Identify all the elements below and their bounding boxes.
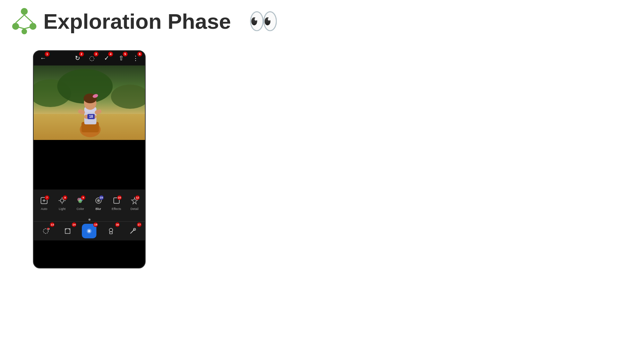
tab-auto[interactable]: 7 Auto (35, 197, 53, 211)
brush-tool[interactable]: 17 (126, 224, 140, 238)
blur-label: Blur (96, 207, 101, 211)
tab-detail[interactable]: 12 Detail (126, 197, 143, 211)
blur-tool-btn[interactable]: 15 (82, 224, 96, 238)
mask-button[interactable]: ✓ 4 (101, 53, 112, 63)
blur-icon: 19 (95, 197, 102, 206)
svg-point-0 (21, 8, 28, 15)
more-badge: 6 (137, 52, 142, 56)
tabs-row: 7 Auto 8 Light 9 Color (35, 192, 144, 216)
crop-button[interactable]: ◌ 3 (87, 53, 97, 63)
photo-area: 18 (34, 65, 145, 140)
mask-badge: 4 (108, 52, 113, 56)
svg-text:13: 13 (48, 228, 50, 230)
light-icon: 8 (58, 197, 66, 206)
effects-icon: 10 (113, 197, 120, 206)
auto-label: Auto (41, 207, 48, 211)
tab-blur[interactable]: 19 Blur (90, 197, 107, 211)
photo-svg (34, 65, 145, 140)
share-badge: 5 (123, 52, 128, 56)
back-button[interactable]: ← 1 (38, 53, 48, 63)
effects-badge: 10 (117, 195, 122, 200)
header: Exploration Phase 👀 (0, 0, 644, 42)
light-label: Light (59, 207, 66, 211)
toolbar-right-buttons: ↻ 2 ◌ 3 ✓ 4 ⇧ 5 ⋮ 6 (72, 53, 141, 63)
dot-indicator-row (34, 217, 145, 221)
brush-badge: 17 (137, 222, 141, 227)
color-badge: 9 (81, 195, 85, 200)
tree-icon (10, 7, 38, 35)
blur-badge: 19 (99, 195, 104, 200)
undo-button[interactable]: ↻ 2 (72, 53, 83, 63)
tab-effects[interactable]: 10 Effects (108, 197, 125, 211)
phone-mockup: ← 1 ↻ 2 ◌ 3 ✓ 4 ⇧ 5 ⋮ 6 (33, 50, 146, 268)
color-label: Color (77, 207, 84, 211)
logo-area: Exploration Phase (10, 7, 231, 35)
blur-tool-badge: 15 (93, 222, 98, 227)
top-toolbar: ← 1 ↻ 2 ◌ 3 ✓ 4 ⇧ 5 ⋮ 6 (34, 51, 145, 65)
transform-badge: 14 (72, 222, 76, 227)
stamp-badge: 16 (115, 222, 120, 227)
more-button[interactable]: ⋮ 6 (130, 53, 141, 63)
auto-icon: 7 (40, 197, 48, 206)
detail-icon: 12 (131, 197, 138, 206)
dot-indicator (88, 219, 91, 221)
tab-color[interactable]: 9 Color (71, 197, 89, 211)
color-icon: 9 (76, 197, 84, 206)
undo-badge: 2 (79, 52, 84, 56)
svg-point-48 (109, 228, 113, 232)
transform-tool[interactable]: 14 (60, 224, 75, 238)
light-badge: 8 (63, 195, 67, 200)
back-badge: 1 (45, 52, 50, 56)
lasso-tool[interactable]: 13 13 (38, 224, 53, 238)
bottom-toolbar: 7 Auto 8 Light 9 Color (34, 189, 145, 217)
svg-point-3 (22, 29, 27, 34)
crop-badge: 3 (94, 52, 98, 56)
effects-label: Effects (112, 207, 121, 211)
lasso-badge: 13 (50, 222, 54, 227)
svg-point-36 (97, 199, 100, 202)
eyes-emoji: 👀 (248, 7, 278, 35)
svg-point-34 (78, 200, 82, 203)
svg-point-47 (88, 230, 90, 232)
svg-line-4 (16, 15, 24, 23)
svg-line-5 (24, 15, 33, 23)
page-title: Exploration Phase (43, 9, 231, 34)
svg-rect-49 (110, 232, 112, 234)
black-area (34, 140, 145, 189)
auto-badge: 7 (45, 195, 49, 200)
detail-badge: 12 (135, 195, 140, 200)
tab-light[interactable]: 8 Light (53, 197, 71, 211)
tools-row: 13 13 14 15 16 17 (34, 221, 145, 240)
detail-label: Detail (130, 207, 138, 211)
share-button[interactable]: ⇧ 5 (116, 53, 126, 63)
stamp-tool[interactable]: 16 (104, 224, 118, 238)
image-badge-18: 18 (87, 114, 95, 119)
